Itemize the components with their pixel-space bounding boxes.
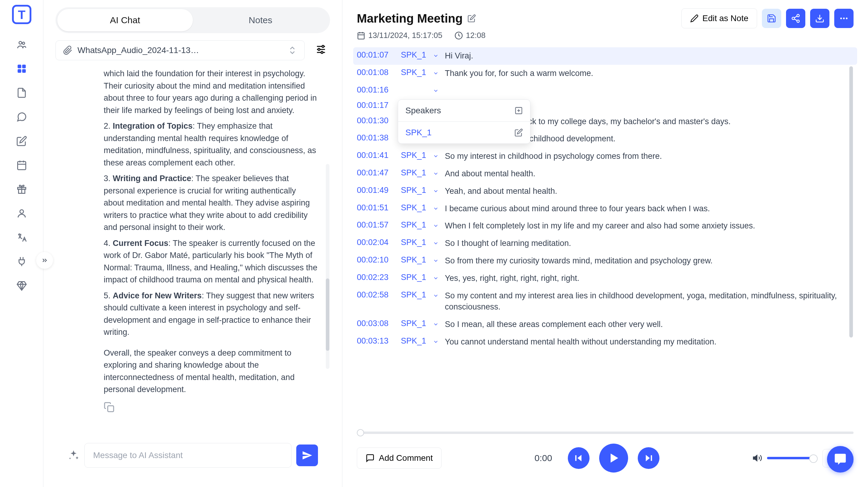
transcript-row[interactable]: 00:02:04SPK_1So I thought of learning me… bbox=[357, 235, 854, 252]
transcript-speaker[interactable]: SPK_1 bbox=[401, 273, 428, 282]
chevron-down-icon[interactable] bbox=[433, 52, 440, 59]
volume-slider[interactable] bbox=[767, 457, 815, 459]
chevron-down-icon[interactable] bbox=[433, 187, 440, 195]
file-picker[interactable]: WhatsApp_Audio_2024-11-13… bbox=[56, 40, 305, 60]
play-button[interactable] bbox=[599, 444, 628, 473]
chevron-down-icon[interactable] bbox=[433, 257, 440, 264]
transcript-speaker[interactable]: SPK_1 bbox=[401, 68, 428, 77]
chevron-down-icon[interactable] bbox=[433, 205, 440, 212]
transcript-row[interactable]: 00:03:13SPK_1You cannot understand menta… bbox=[357, 333, 854, 351]
add-comment-button[interactable]: Add Comment bbox=[357, 448, 441, 468]
transcript-time[interactable]: 00:01:51 bbox=[357, 203, 396, 212]
transcript-speaker[interactable]: SPK_1 bbox=[401, 238, 428, 247]
transcript-time[interactable]: 00:01:17 bbox=[357, 101, 396, 110]
speaker-popup-item[interactable]: SPK_1 bbox=[398, 122, 530, 144]
transcript-time[interactable]: 00:03:08 bbox=[357, 319, 396, 328]
chevron-down-icon[interactable] bbox=[433, 70, 440, 77]
chevron-down-icon[interactable] bbox=[433, 338, 440, 345]
transcript-speaker[interactable]: SPK_1 bbox=[401, 290, 428, 300]
transcript-time[interactable]: 00:01:30 bbox=[357, 116, 396, 125]
nav-plugin-icon[interactable] bbox=[14, 254, 29, 269]
volume-icon[interactable] bbox=[752, 453, 762, 463]
chevron-down-icon[interactable] bbox=[433, 87, 440, 94]
transcript-time[interactable]: 00:01:49 bbox=[357, 186, 396, 195]
transcript-speaker[interactable]: SPK_1 bbox=[401, 203, 428, 212]
transcript-row[interactable]: 00:01:51SPK_1I became curious about mind… bbox=[357, 200, 854, 218]
transcript-time[interactable]: 00:01:07 bbox=[357, 50, 396, 60]
expand-sidebar-button[interactable] bbox=[36, 252, 53, 269]
ai-sparkle-button[interactable] bbox=[67, 449, 80, 461]
transcript-row[interactable]: 00:01:47SPK_1And about mental health. bbox=[357, 165, 854, 183]
transcript-time[interactable]: 00:02:58 bbox=[357, 290, 396, 300]
transcript-speaker[interactable]: SPK_1 bbox=[401, 50, 428, 60]
chevron-down-icon[interactable] bbox=[433, 240, 440, 247]
save-button[interactable] bbox=[762, 9, 781, 28]
transcript-time[interactable]: 00:01:38 bbox=[357, 133, 396, 143]
transcript-row[interactable]: 00:01:08SPK_1Thank you for, for such a w… bbox=[357, 65, 854, 82]
transcript-time[interactable]: 00:02:04 bbox=[357, 238, 396, 247]
transcript-speaker[interactable]: SPK_1 bbox=[401, 220, 428, 230]
transcript-row[interactable]: 00:01:49SPK_1Yeah, and about mental heal… bbox=[357, 183, 854, 200]
transcript-row[interactable]: 00:02:58SPK_1So my content and my intere… bbox=[357, 287, 854, 316]
transcript-time[interactable]: 00:01:08 bbox=[357, 68, 396, 77]
plus-icon[interactable] bbox=[515, 106, 523, 115]
filter-button[interactable] bbox=[312, 40, 330, 58]
progress-bar[interactable] bbox=[357, 431, 854, 434]
nav-dashboard-icon[interactable] bbox=[14, 61, 29, 76]
chevron-down-icon[interactable] bbox=[433, 152, 440, 160]
nav-user-icon[interactable] bbox=[14, 206, 29, 221]
copy-button[interactable] bbox=[104, 402, 115, 413]
edit-as-note-button[interactable]: Edit as Note bbox=[681, 8, 757, 28]
transcript-speaker[interactable]: SPK_1 bbox=[401, 336, 428, 346]
nav-edit-icon[interactable] bbox=[14, 134, 29, 148]
transcript-row[interactable]: 00:01:16 bbox=[357, 82, 854, 98]
chat-fab[interactable] bbox=[827, 446, 854, 473]
nav-calendar-icon[interactable] bbox=[14, 158, 29, 172]
transcript-time[interactable]: 00:03:13 bbox=[357, 336, 396, 346]
chat-input[interactable] bbox=[84, 443, 291, 468]
transcript-row[interactable]: 00:01:41SPK_1So my interest in childhood… bbox=[357, 148, 854, 165]
download-button[interactable] bbox=[810, 9, 830, 28]
transcript-time[interactable]: 00:01:47 bbox=[357, 168, 396, 178]
svg-line-27 bbox=[794, 16, 797, 18]
transcript-speaker[interactable]: SPK_1 bbox=[401, 186, 428, 195]
transcript-speaker[interactable]: SPK_1 bbox=[401, 151, 428, 160]
share-button[interactable] bbox=[786, 9, 805, 28]
edit-title-icon[interactable] bbox=[467, 14, 476, 23]
chevron-down-icon[interactable] bbox=[433, 170, 440, 177]
transcript-speaker[interactable]: SPK_1 bbox=[401, 319, 428, 328]
next-button[interactable] bbox=[638, 447, 659, 469]
transcript-scrollbar[interactable] bbox=[849, 66, 853, 337]
nav-gift-icon[interactable] bbox=[14, 182, 29, 196]
tab-ai-chat[interactable]: AI Chat bbox=[57, 9, 193, 31]
edit-icon[interactable] bbox=[515, 128, 523, 137]
transcript-row[interactable]: 00:02:23SPK_1Yes, yes, right, right, rig… bbox=[357, 270, 854, 287]
transcript-row[interactable]: 00:03:08SPK_1So I mean, all these areas … bbox=[357, 316, 854, 333]
chevron-down-icon[interactable] bbox=[433, 292, 440, 299]
scrollbar-thumb[interactable] bbox=[326, 278, 330, 351]
progress-thumb[interactable] bbox=[357, 429, 364, 436]
transcript-time[interactable]: 00:02:10 bbox=[357, 255, 396, 265]
send-button[interactable] bbox=[296, 445, 318, 466]
transcript-time[interactable]: 00:02:23 bbox=[357, 273, 396, 282]
chevron-down-icon[interactable] bbox=[433, 222, 440, 229]
transcript-row[interactable]: 00:01:07SPK_1Hi Viraj. bbox=[353, 47, 857, 65]
transcript-time[interactable]: 00:01:41 bbox=[357, 151, 396, 160]
nav-diamond-icon[interactable] bbox=[14, 278, 29, 293]
chevron-down-icon[interactable] bbox=[433, 321, 440, 328]
transcript-speaker[interactable]: SPK_1 bbox=[401, 255, 428, 265]
transcript-row[interactable]: 00:01:57SPK_1When I felt completely lost… bbox=[357, 217, 854, 235]
tab-notes[interactable]: Notes bbox=[193, 9, 329, 31]
nav-translate-icon[interactable] bbox=[14, 230, 29, 245]
app-logo[interactable]: T bbox=[10, 2, 34, 27]
more-button[interactable] bbox=[834, 9, 854, 28]
nav-chat-icon[interactable] bbox=[14, 110, 29, 124]
nav-people-icon[interactable] bbox=[14, 37, 29, 52]
transcript-time[interactable]: 00:01:57 bbox=[357, 220, 396, 230]
chevron-down-icon[interactable] bbox=[433, 275, 440, 282]
prev-button[interactable] bbox=[568, 447, 590, 469]
transcript-speaker[interactable]: SPK_1 bbox=[401, 168, 428, 178]
nav-document-icon[interactable] bbox=[14, 86, 29, 100]
transcript-time[interactable]: 00:01:16 bbox=[357, 85, 396, 95]
transcript-row[interactable]: 00:02:10SPK_1So from there my curiosity … bbox=[357, 252, 854, 270]
